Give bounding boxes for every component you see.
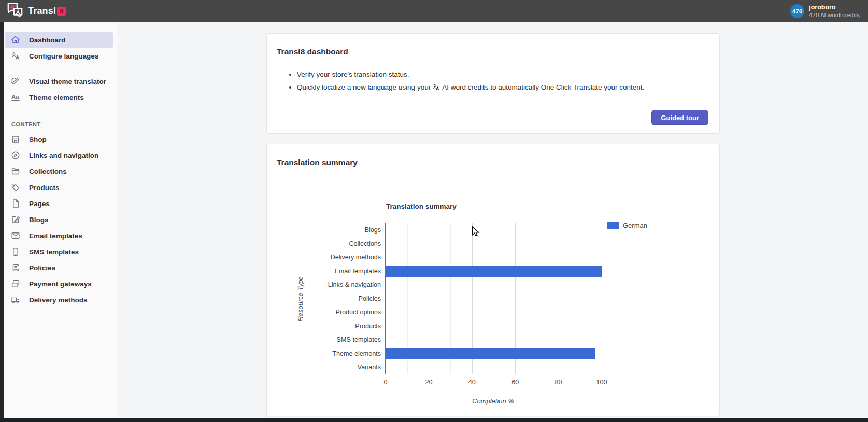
storefront-icon bbox=[10, 134, 21, 144]
tag-icon bbox=[10, 182, 21, 193]
svg-text:Aa: Aa bbox=[11, 94, 19, 100]
sidebar-item-delivery-methods[interactable]: Delivery methods bbox=[5, 292, 113, 308]
chart-plot-area: BlogsCollectionsDelivery methodsEmail te… bbox=[385, 223, 601, 374]
sidebar-content-header: CONTENT bbox=[4, 121, 117, 132]
dashboard-card: Transl8 dashboard Verify your store's tr… bbox=[266, 33, 720, 134]
user-name: joroboro bbox=[809, 4, 860, 12]
x-tick-60: 60 bbox=[511, 379, 519, 386]
credits-badge: 470 bbox=[790, 4, 804, 18]
category-label-products: Products bbox=[355, 319, 381, 333]
category-label-variants: Variants bbox=[358, 360, 381, 374]
brand-name: Transl8 bbox=[28, 6, 66, 17]
category-label-collections: Collections bbox=[349, 237, 381, 251]
sidebar-content-group: Shop Links and navigation Collections Pr… bbox=[4, 132, 117, 308]
x-tick-40: 40 bbox=[468, 379, 476, 386]
page-icon bbox=[10, 198, 21, 209]
dashboard-bullet-list: Verify your store's translation status. … bbox=[297, 68, 719, 94]
brand-chat-bubbles-icon bbox=[6, 2, 24, 21]
sms-icon bbox=[10, 246, 21, 257]
sidebar-item-policies[interactable]: Policies bbox=[5, 260, 113, 275]
category-label-sms-templates: SMS templates bbox=[337, 333, 381, 347]
window-bottom-edge bbox=[0, 418, 868, 422]
user-account-menu[interactable]: 470 joroboro 470 AI word credits bbox=[790, 4, 860, 19]
sidebar-item-links-and-navigation[interactable]: Links and navigation bbox=[5, 148, 113, 163]
sidebar-item-theme-elements[interactable]: Aa Theme elements bbox=[5, 90, 113, 105]
compass-icon bbox=[10, 150, 21, 161]
bullet-localize: Quickly localize a new language using yo… bbox=[297, 81, 719, 94]
chart-title: Translation summary bbox=[386, 202, 457, 210]
sidebar: Dashboard Configure languages Visual the… bbox=[4, 22, 117, 418]
pencil-icon bbox=[10, 214, 21, 225]
x-tick-20: 20 bbox=[425, 379, 432, 386]
sidebar-item-configure-languages[interactable]: Configure languages bbox=[5, 48, 113, 64]
chart-x-axis-label: Completion % bbox=[385, 397, 601, 405]
sidebar-item-products[interactable]: Products bbox=[5, 180, 113, 195]
window-left-edge bbox=[0, 22, 4, 418]
x-tick-80: 80 bbox=[555, 379, 562, 386]
home-icon bbox=[10, 35, 21, 45]
category-label-delivery-methods: Delivery methods bbox=[331, 251, 381, 265]
bullet-translation-status: Verify your store's translation status. bbox=[297, 68, 719, 81]
sidebar-item-shop[interactable]: Shop bbox=[5, 132, 113, 147]
category-label-policies: Policies bbox=[359, 292, 381, 306]
sidebar-item-email-templates[interactable]: Email templates bbox=[5, 228, 113, 243]
sidebar-item-visual-theme-translator[interactable]: Visual theme translator bbox=[5, 74, 113, 89]
bar-email-templates bbox=[386, 266, 602, 277]
collections-icon bbox=[10, 166, 21, 177]
sidebar-item-collections[interactable]: Collections bbox=[5, 164, 113, 179]
bar-theme-elements bbox=[386, 348, 595, 359]
sidebar-theme-group: Visual theme translator Aa Theme element… bbox=[4, 74, 117, 106]
category-label-email-templates: Email templates bbox=[334, 265, 381, 279]
translate-icon bbox=[432, 82, 440, 90]
sidebar-item-pages[interactable]: Pages bbox=[5, 196, 113, 211]
category-label-blogs: Blogs bbox=[364, 223, 381, 237]
payment-icon bbox=[10, 279, 21, 289]
gridline-100 bbox=[602, 223, 602, 374]
sidebar-main-group: Dashboard Configure languages bbox=[4, 32, 117, 64]
theme-pen-icon bbox=[10, 76, 21, 86]
policy-icon bbox=[10, 263, 21, 273]
brand-8-badge: 8 bbox=[57, 7, 66, 16]
brand-logo[interactable]: Transl8 bbox=[6, 2, 66, 21]
sidebar-divider-gap bbox=[4, 64, 117, 74]
translation-summary-card: Translation summary Translation summary … bbox=[266, 144, 720, 416]
translate-icon bbox=[10, 51, 21, 61]
sidebar-item-payment-gateways[interactable]: Payment gateways bbox=[5, 276, 113, 292]
truck-icon bbox=[10, 295, 21, 305]
category-label-links-navigation: Links & navigation bbox=[328, 278, 381, 292]
chart-y-axis-label: Resource Type bbox=[296, 276, 304, 321]
chart-legend: German bbox=[607, 222, 647, 229]
top-bar: Transl8 470 joroboro 470 AI word credits bbox=[0, 0, 868, 22]
x-tick-0: 0 bbox=[383, 379, 387, 386]
user-credits-label: 470 AI word credits bbox=[809, 11, 860, 19]
category-label-theme-elements: Theme elements bbox=[332, 347, 381, 361]
category-label-product-options: Product options bbox=[335, 305, 381, 319]
typography-icon: Aa bbox=[10, 92, 21, 103]
envelope-icon bbox=[10, 230, 21, 241]
sidebar-item-blogs[interactable]: Blogs bbox=[5, 212, 113, 227]
dashboard-card-title: Transl8 dashboard bbox=[267, 34, 719, 56]
sidebar-item-sms-templates[interactable]: SMS templates bbox=[5, 244, 113, 259]
legend-label: German bbox=[623, 222, 647, 229]
guided-tour-button[interactable]: Guided tour bbox=[651, 110, 708, 125]
legend-swatch-german bbox=[607, 222, 619, 229]
sidebar-item-dashboard[interactable]: Dashboard bbox=[5, 32, 113, 48]
summary-card-title: Translation summary bbox=[267, 144, 719, 167]
x-tick-100: 100 bbox=[596, 379, 607, 386]
